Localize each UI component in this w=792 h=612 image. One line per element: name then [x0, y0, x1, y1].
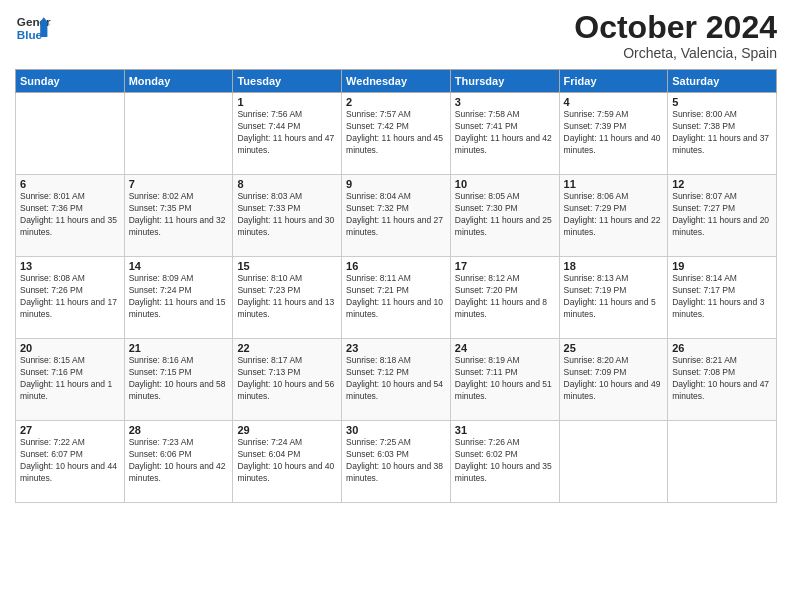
day-number: 29 [237, 424, 337, 436]
header: General Blue October 2024 Orcheta, Valen… [15, 10, 777, 61]
calendar-cell: 14Sunrise: 8:09 AM Sunset: 7:24 PM Dayli… [124, 257, 233, 339]
day-info: Sunrise: 7:24 AM Sunset: 6:04 PM Dayligh… [237, 437, 337, 485]
col-monday: Monday [124, 70, 233, 93]
calendar-cell: 11Sunrise: 8:06 AM Sunset: 7:29 PM Dayli… [559, 175, 668, 257]
day-info: Sunrise: 8:06 AM Sunset: 7:29 PM Dayligh… [564, 191, 664, 239]
calendar-cell: 6Sunrise: 8:01 AM Sunset: 7:36 PM Daylig… [16, 175, 125, 257]
col-sunday: Sunday [16, 70, 125, 93]
title-block: October 2024 Orcheta, Valencia, Spain [574, 10, 777, 61]
day-info: Sunrise: 8:05 AM Sunset: 7:30 PM Dayligh… [455, 191, 555, 239]
calendar-cell: 18Sunrise: 8:13 AM Sunset: 7:19 PM Dayli… [559, 257, 668, 339]
day-info: Sunrise: 8:04 AM Sunset: 7:32 PM Dayligh… [346, 191, 446, 239]
col-saturday: Saturday [668, 70, 777, 93]
day-number: 7 [129, 178, 229, 190]
col-thursday: Thursday [450, 70, 559, 93]
day-info: Sunrise: 7:58 AM Sunset: 7:41 PM Dayligh… [455, 109, 555, 157]
day-number: 6 [20, 178, 120, 190]
day-number: 20 [20, 342, 120, 354]
day-number: 2 [346, 96, 446, 108]
day-info: Sunrise: 8:09 AM Sunset: 7:24 PM Dayligh… [129, 273, 229, 321]
day-info: Sunrise: 7:57 AM Sunset: 7:42 PM Dayligh… [346, 109, 446, 157]
calendar-cell: 8Sunrise: 8:03 AM Sunset: 7:33 PM Daylig… [233, 175, 342, 257]
calendar-cell: 20Sunrise: 8:15 AM Sunset: 7:16 PM Dayli… [16, 339, 125, 421]
day-number: 12 [672, 178, 772, 190]
day-info: Sunrise: 8:21 AM Sunset: 7:08 PM Dayligh… [672, 355, 772, 403]
day-info: Sunrise: 8:08 AM Sunset: 7:26 PM Dayligh… [20, 273, 120, 321]
calendar-cell: 27Sunrise: 7:22 AM Sunset: 6:07 PM Dayli… [16, 421, 125, 503]
day-number: 8 [237, 178, 337, 190]
day-info: Sunrise: 7:56 AM Sunset: 7:44 PM Dayligh… [237, 109, 337, 157]
calendar-cell: 16Sunrise: 8:11 AM Sunset: 7:21 PM Dayli… [342, 257, 451, 339]
calendar-cell: 10Sunrise: 8:05 AM Sunset: 7:30 PM Dayli… [450, 175, 559, 257]
calendar-cell: 4Sunrise: 7:59 AM Sunset: 7:39 PM Daylig… [559, 93, 668, 175]
calendar-week-5: 27Sunrise: 7:22 AM Sunset: 6:07 PM Dayli… [16, 421, 777, 503]
day-number: 25 [564, 342, 664, 354]
day-number: 30 [346, 424, 446, 436]
calendar-cell: 28Sunrise: 7:23 AM Sunset: 6:06 PM Dayli… [124, 421, 233, 503]
calendar-table: Sunday Monday Tuesday Wednesday Thursday… [15, 69, 777, 503]
day-info: Sunrise: 8:18 AM Sunset: 7:12 PM Dayligh… [346, 355, 446, 403]
calendar-cell: 2Sunrise: 7:57 AM Sunset: 7:42 PM Daylig… [342, 93, 451, 175]
calendar-cell: 19Sunrise: 8:14 AM Sunset: 7:17 PM Dayli… [668, 257, 777, 339]
calendar-cell [668, 421, 777, 503]
location: Orcheta, Valencia, Spain [574, 45, 777, 61]
day-number: 31 [455, 424, 555, 436]
day-number: 17 [455, 260, 555, 272]
day-number: 18 [564, 260, 664, 272]
day-info: Sunrise: 8:03 AM Sunset: 7:33 PM Dayligh… [237, 191, 337, 239]
calendar-week-4: 20Sunrise: 8:15 AM Sunset: 7:16 PM Dayli… [16, 339, 777, 421]
day-info: Sunrise: 8:10 AM Sunset: 7:23 PM Dayligh… [237, 273, 337, 321]
calendar-cell: 3Sunrise: 7:58 AM Sunset: 7:41 PM Daylig… [450, 93, 559, 175]
day-number: 10 [455, 178, 555, 190]
calendar-cell: 5Sunrise: 8:00 AM Sunset: 7:38 PM Daylig… [668, 93, 777, 175]
calendar-cell: 7Sunrise: 8:02 AM Sunset: 7:35 PM Daylig… [124, 175, 233, 257]
day-info: Sunrise: 7:59 AM Sunset: 7:39 PM Dayligh… [564, 109, 664, 157]
calendar-cell: 24Sunrise: 8:19 AM Sunset: 7:11 PM Dayli… [450, 339, 559, 421]
day-number: 1 [237, 96, 337, 108]
calendar-week-1: 1Sunrise: 7:56 AM Sunset: 7:44 PM Daylig… [16, 93, 777, 175]
day-number: 5 [672, 96, 772, 108]
calendar-cell: 12Sunrise: 8:07 AM Sunset: 7:27 PM Dayli… [668, 175, 777, 257]
day-number: 24 [455, 342, 555, 354]
day-number: 9 [346, 178, 446, 190]
calendar-body: 1Sunrise: 7:56 AM Sunset: 7:44 PM Daylig… [16, 93, 777, 503]
day-number: 23 [346, 342, 446, 354]
day-info: Sunrise: 8:14 AM Sunset: 7:17 PM Dayligh… [672, 273, 772, 321]
calendar-cell: 9Sunrise: 8:04 AM Sunset: 7:32 PM Daylig… [342, 175, 451, 257]
calendar-cell: 22Sunrise: 8:17 AM Sunset: 7:13 PM Dayli… [233, 339, 342, 421]
day-number: 19 [672, 260, 772, 272]
day-info: Sunrise: 8:12 AM Sunset: 7:20 PM Dayligh… [455, 273, 555, 321]
logo: General Blue [15, 10, 51, 46]
day-number: 27 [20, 424, 120, 436]
logo-icon: General Blue [15, 10, 51, 46]
day-number: 3 [455, 96, 555, 108]
calendar-cell: 1Sunrise: 7:56 AM Sunset: 7:44 PM Daylig… [233, 93, 342, 175]
day-number: 28 [129, 424, 229, 436]
day-number: 16 [346, 260, 446, 272]
day-info: Sunrise: 8:19 AM Sunset: 7:11 PM Dayligh… [455, 355, 555, 403]
day-info: Sunrise: 8:07 AM Sunset: 7:27 PM Dayligh… [672, 191, 772, 239]
day-info: Sunrise: 8:00 AM Sunset: 7:38 PM Dayligh… [672, 109, 772, 157]
calendar-week-3: 13Sunrise: 8:08 AM Sunset: 7:26 PM Dayli… [16, 257, 777, 339]
day-number: 14 [129, 260, 229, 272]
calendar-cell: 13Sunrise: 8:08 AM Sunset: 7:26 PM Dayli… [16, 257, 125, 339]
day-info: Sunrise: 7:22 AM Sunset: 6:07 PM Dayligh… [20, 437, 120, 485]
day-number: 4 [564, 96, 664, 108]
day-info: Sunrise: 8:11 AM Sunset: 7:21 PM Dayligh… [346, 273, 446, 321]
day-info: Sunrise: 7:26 AM Sunset: 6:02 PM Dayligh… [455, 437, 555, 485]
day-info: Sunrise: 7:23 AM Sunset: 6:06 PM Dayligh… [129, 437, 229, 485]
page: General Blue October 2024 Orcheta, Valen… [0, 0, 792, 612]
col-friday: Friday [559, 70, 668, 93]
header-row: Sunday Monday Tuesday Wednesday Thursday… [16, 70, 777, 93]
day-number: 26 [672, 342, 772, 354]
day-number: 15 [237, 260, 337, 272]
calendar-cell: 31Sunrise: 7:26 AM Sunset: 6:02 PM Dayli… [450, 421, 559, 503]
col-wednesday: Wednesday [342, 70, 451, 93]
day-info: Sunrise: 8:02 AM Sunset: 7:35 PM Dayligh… [129, 191, 229, 239]
day-info: Sunrise: 7:25 AM Sunset: 6:03 PM Dayligh… [346, 437, 446, 485]
calendar-cell [559, 421, 668, 503]
day-number: 11 [564, 178, 664, 190]
svg-text:Blue: Blue [17, 28, 43, 41]
calendar-cell: 25Sunrise: 8:20 AM Sunset: 7:09 PM Dayli… [559, 339, 668, 421]
calendar-cell: 26Sunrise: 8:21 AM Sunset: 7:08 PM Dayli… [668, 339, 777, 421]
